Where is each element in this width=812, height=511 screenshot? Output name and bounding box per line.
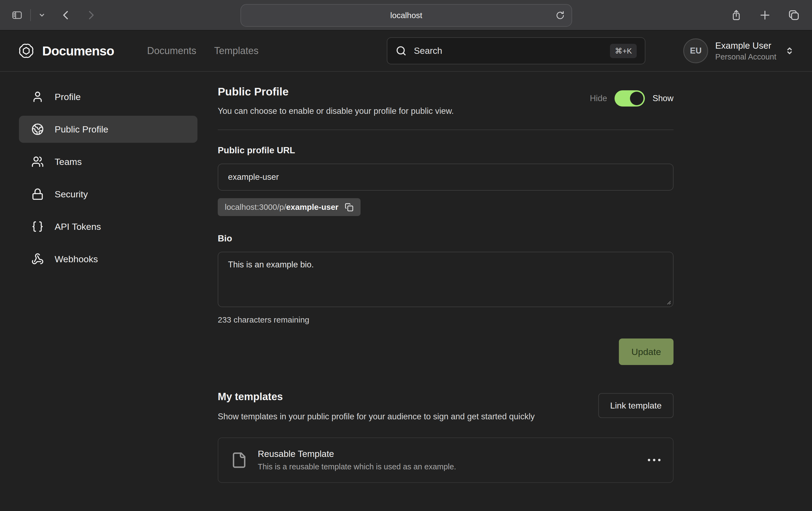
url-preview-slug: example-user	[286, 203, 338, 211]
user-icon	[31, 91, 44, 103]
page-title: Public Profile	[218, 85, 454, 98]
sidebar-item-profile[interactable]: Profile	[19, 83, 198, 110]
settings-sidebar: Profile Public Profile Teams	[19, 83, 198, 483]
nav-documents[interactable]: Documents	[147, 45, 196, 57]
global-search[interactable]: ⌘+K	[387, 37, 645, 64]
share-icon[interactable]	[730, 9, 742, 21]
tab-overview-icon[interactable]	[788, 9, 800, 21]
template-options-icon[interactable]	[648, 459, 661, 461]
top-nav: Documents Templates	[147, 45, 259, 57]
sidebar-item-label: Webhooks	[55, 254, 98, 264]
chevrons-up-down-icon	[784, 46, 795, 56]
account-meta: Example User Personal Account	[715, 40, 776, 61]
search-input[interactable]	[414, 46, 603, 56]
globe-icon	[31, 123, 44, 136]
url-preview-prefix: localhost:3000/p/	[225, 203, 286, 211]
bio-char-counter: 233 characters remaining	[218, 315, 673, 325]
braces-icon	[31, 220, 44, 233]
account-type: Personal Account	[715, 53, 776, 61]
template-card[interactable]: Reusable Template This is a reusable tem…	[218, 438, 673, 483]
profile-visibility-toggle[interactable]	[614, 90, 645, 107]
sidebar-item-label: API Tokens	[55, 221, 101, 232]
forward-icon[interactable]	[85, 10, 96, 21]
documenso-logo-icon	[17, 42, 35, 60]
back-icon[interactable]	[61, 10, 71, 21]
sidebar-item-security[interactable]: Security	[19, 181, 198, 208]
update-button[interactable]: Update	[619, 338, 673, 365]
account-name: Example User	[715, 40, 776, 51]
toolbar-divider	[30, 9, 31, 21]
toggle-hide-label: Hide	[590, 94, 607, 103]
textarea-resize-handle[interactable]	[664, 298, 671, 305]
sidebar-item-label: Security	[55, 189, 88, 200]
new-tab-icon[interactable]	[759, 9, 771, 21]
public-profile-settings: Public Profile You can choose to enable …	[218, 83, 673, 483]
profile-url-input[interactable]	[218, 163, 673, 190]
toggle-knob	[630, 92, 643, 105]
section-divider	[218, 129, 673, 130]
sidebar-item-label: Profile	[55, 92, 81, 102]
template-title: Reusable Template	[258, 449, 456, 459]
search-icon	[396, 45, 407, 57]
visibility-toggle-group: Hide Show	[590, 90, 673, 107]
brand[interactable]: Documenso	[17, 42, 114, 60]
chevron-down-icon[interactable]	[38, 11, 46, 19]
my-templates-title: My templates	[218, 391, 535, 402]
sidebar-item-teams[interactable]: Teams	[19, 148, 198, 175]
page-description: You can choose to enable or disable your…	[218, 106, 454, 116]
sidebar-toggle-icon[interactable]	[11, 9, 23, 21]
file-icon	[231, 452, 248, 469]
reload-icon[interactable]	[555, 10, 565, 20]
sidebar-item-label: Public Profile	[55, 124, 108, 134]
avatar: EU	[683, 38, 708, 63]
bio-textarea[interactable]: This is an example bio.	[218, 252, 673, 307]
address-bar-url: localhost	[390, 11, 422, 20]
sidebar-item-public-profile[interactable]: Public Profile	[19, 116, 198, 143]
nav-templates[interactable]: Templates	[214, 45, 259, 57]
sidebar-item-label: Teams	[55, 156, 82, 167]
address-bar[interactable]: localhost	[240, 4, 572, 27]
sidebar-item-webhooks[interactable]: Webhooks	[19, 245, 198, 273]
search-shortcut-badge: ⌘+K	[610, 44, 637, 58]
lock-icon	[31, 188, 44, 200]
users-icon	[31, 155, 44, 168]
template-description: This is a reusable template which is use…	[258, 462, 456, 471]
webhook-icon	[31, 253, 44, 265]
my-templates-description: Show templates in your public profile fo…	[218, 411, 535, 423]
brand-name: Documenso	[42, 43, 114, 58]
my-templates-section: My templates Show templates in your publ…	[218, 391, 673, 483]
copy-icon[interactable]	[344, 203, 353, 212]
browser-toolbar: localhost	[0, 0, 812, 31]
toggle-show-label: Show	[652, 94, 673, 103]
sidebar-item-api-tokens[interactable]: API Tokens	[19, 213, 198, 240]
profile-url-preview[interactable]: localhost:3000/p/example-user	[218, 198, 360, 216]
account-menu[interactable]: EU Example User Personal Account	[683, 38, 795, 63]
bio-label: Bio	[218, 233, 673, 244]
settings-layout: Profile Public Profile Teams	[0, 72, 812, 483]
link-template-button[interactable]: Link template	[598, 393, 673, 418]
app-header: Documenso Documents Templates ⌘+K EU Exa…	[0, 31, 812, 72]
profile-url-label: Public profile URL	[218, 145, 673, 155]
